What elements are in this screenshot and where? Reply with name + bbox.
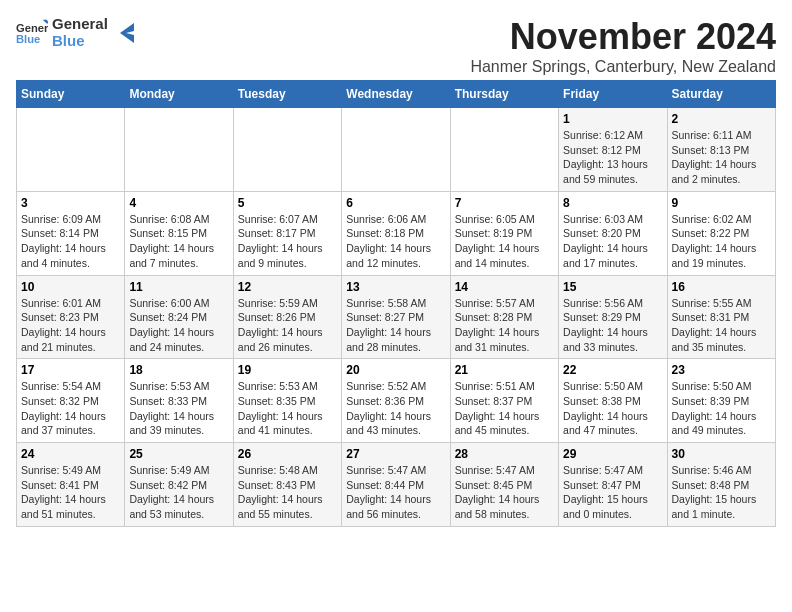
day-number: 23: [672, 363, 771, 377]
day-info: Sunrise: 6:08 AMSunset: 8:15 PMDaylight:…: [129, 212, 228, 271]
day-info: Sunrise: 5:56 AMSunset: 8:29 PMDaylight:…: [563, 296, 662, 355]
day-number: 26: [238, 447, 337, 461]
day-number: 11: [129, 280, 228, 294]
day-number: 18: [129, 363, 228, 377]
title-block: November 2024 Hanmer Springs, Canterbury…: [470, 16, 776, 76]
logo-icon: General Blue: [16, 19, 48, 47]
calendar-day-14: 14Sunrise: 5:57 AMSunset: 8:28 PMDayligh…: [450, 275, 558, 359]
calendar-day-28: 28Sunrise: 5:47 AMSunset: 8:45 PMDayligh…: [450, 443, 558, 527]
day-info: Sunrise: 6:05 AMSunset: 8:19 PMDaylight:…: [455, 212, 554, 271]
day-info: Sunrise: 5:47 AMSunset: 8:47 PMDaylight:…: [563, 463, 662, 522]
weekday-header-saturday: Saturday: [667, 81, 775, 108]
calendar-table: SundayMondayTuesdayWednesdayThursdayFrid…: [16, 80, 776, 527]
calendar-day-7: 7Sunrise: 6:05 AMSunset: 8:19 PMDaylight…: [450, 191, 558, 275]
day-number: 6: [346, 196, 445, 210]
day-number: 22: [563, 363, 662, 377]
day-number: 12: [238, 280, 337, 294]
day-info: Sunrise: 5:47 AMSunset: 8:45 PMDaylight:…: [455, 463, 554, 522]
calendar-day-23: 23Sunrise: 5:50 AMSunset: 8:39 PMDayligh…: [667, 359, 775, 443]
header: General Blue General Blue November 2024 …: [16, 16, 776, 76]
day-number: 7: [455, 196, 554, 210]
day-number: 4: [129, 196, 228, 210]
day-info: Sunrise: 6:12 AMSunset: 8:12 PMDaylight:…: [563, 128, 662, 187]
calendar-day-1: 1Sunrise: 6:12 AMSunset: 8:12 PMDaylight…: [559, 108, 667, 192]
day-number: 15: [563, 280, 662, 294]
calendar-day-30: 30Sunrise: 5:46 AMSunset: 8:48 PMDayligh…: [667, 443, 775, 527]
day-number: 24: [21, 447, 120, 461]
day-info: Sunrise: 5:51 AMSunset: 8:37 PMDaylight:…: [455, 379, 554, 438]
calendar-day-24: 24Sunrise: 5:49 AMSunset: 8:41 PMDayligh…: [17, 443, 125, 527]
day-info: Sunrise: 6:09 AMSunset: 8:14 PMDaylight:…: [21, 212, 120, 271]
logo-general: General: [52, 16, 108, 33]
day-info: Sunrise: 6:06 AMSunset: 8:18 PMDaylight:…: [346, 212, 445, 271]
calendar-day-12: 12Sunrise: 5:59 AMSunset: 8:26 PMDayligh…: [233, 275, 341, 359]
day-number: 13: [346, 280, 445, 294]
logo-bird-icon: [112, 23, 134, 43]
day-info: Sunrise: 5:47 AMSunset: 8:44 PMDaylight:…: [346, 463, 445, 522]
day-info: Sunrise: 5:53 AMSunset: 8:35 PMDaylight:…: [238, 379, 337, 438]
day-info: Sunrise: 6:11 AMSunset: 8:13 PMDaylight:…: [672, 128, 771, 187]
calendar-day-11: 11Sunrise: 6:00 AMSunset: 8:24 PMDayligh…: [125, 275, 233, 359]
weekday-header-monday: Monday: [125, 81, 233, 108]
day-info: Sunrise: 6:07 AMSunset: 8:17 PMDaylight:…: [238, 212, 337, 271]
page-subtitle: Hanmer Springs, Canterbury, New Zealand: [470, 58, 776, 76]
day-info: Sunrise: 5:49 AMSunset: 8:42 PMDaylight:…: [129, 463, 228, 522]
svg-text:General: General: [16, 21, 48, 33]
calendar-week-3: 10Sunrise: 6:01 AMSunset: 8:23 PMDayligh…: [17, 275, 776, 359]
calendar-day-18: 18Sunrise: 5:53 AMSunset: 8:33 PMDayligh…: [125, 359, 233, 443]
calendar-day-25: 25Sunrise: 5:49 AMSunset: 8:42 PMDayligh…: [125, 443, 233, 527]
day-info: Sunrise: 5:50 AMSunset: 8:38 PMDaylight:…: [563, 379, 662, 438]
empty-cell: [233, 108, 341, 192]
calendar-day-22: 22Sunrise: 5:50 AMSunset: 8:38 PMDayligh…: [559, 359, 667, 443]
day-info: Sunrise: 5:53 AMSunset: 8:33 PMDaylight:…: [129, 379, 228, 438]
calendar-week-5: 24Sunrise: 5:49 AMSunset: 8:41 PMDayligh…: [17, 443, 776, 527]
calendar-day-3: 3Sunrise: 6:09 AMSunset: 8:14 PMDaylight…: [17, 191, 125, 275]
day-number: 17: [21, 363, 120, 377]
calendar-day-15: 15Sunrise: 5:56 AMSunset: 8:29 PMDayligh…: [559, 275, 667, 359]
calendar-day-2: 2Sunrise: 6:11 AMSunset: 8:13 PMDaylight…: [667, 108, 775, 192]
weekday-header-wednesday: Wednesday: [342, 81, 450, 108]
day-info: Sunrise: 5:49 AMSunset: 8:41 PMDaylight:…: [21, 463, 120, 522]
day-info: Sunrise: 5:54 AMSunset: 8:32 PMDaylight:…: [21, 379, 120, 438]
day-number: 1: [563, 112, 662, 126]
calendar-day-9: 9Sunrise: 6:02 AMSunset: 8:22 PMDaylight…: [667, 191, 775, 275]
page-title: November 2024: [470, 16, 776, 58]
calendar-day-8: 8Sunrise: 6:03 AMSunset: 8:20 PMDaylight…: [559, 191, 667, 275]
calendar-day-29: 29Sunrise: 5:47 AMSunset: 8:47 PMDayligh…: [559, 443, 667, 527]
day-number: 16: [672, 280, 771, 294]
day-number: 30: [672, 447, 771, 461]
day-number: 28: [455, 447, 554, 461]
day-number: 20: [346, 363, 445, 377]
empty-cell: [125, 108, 233, 192]
logo: General Blue General Blue: [16, 16, 134, 49]
calendar-day-13: 13Sunrise: 5:58 AMSunset: 8:27 PMDayligh…: [342, 275, 450, 359]
day-info: Sunrise: 5:52 AMSunset: 8:36 PMDaylight:…: [346, 379, 445, 438]
day-number: 25: [129, 447, 228, 461]
day-number: 2: [672, 112, 771, 126]
calendar-day-27: 27Sunrise: 5:47 AMSunset: 8:44 PMDayligh…: [342, 443, 450, 527]
weekday-header-sunday: Sunday: [17, 81, 125, 108]
day-info: Sunrise: 5:50 AMSunset: 8:39 PMDaylight:…: [672, 379, 771, 438]
day-number: 9: [672, 196, 771, 210]
day-info: Sunrise: 5:46 AMSunset: 8:48 PMDaylight:…: [672, 463, 771, 522]
day-number: 10: [21, 280, 120, 294]
calendar-day-26: 26Sunrise: 5:48 AMSunset: 8:43 PMDayligh…: [233, 443, 341, 527]
calendar-day-16: 16Sunrise: 5:55 AMSunset: 8:31 PMDayligh…: [667, 275, 775, 359]
calendar-day-5: 5Sunrise: 6:07 AMSunset: 8:17 PMDaylight…: [233, 191, 341, 275]
day-info: Sunrise: 5:58 AMSunset: 8:27 PMDaylight:…: [346, 296, 445, 355]
calendar-day-10: 10Sunrise: 6:01 AMSunset: 8:23 PMDayligh…: [17, 275, 125, 359]
calendar-day-21: 21Sunrise: 5:51 AMSunset: 8:37 PMDayligh…: [450, 359, 558, 443]
empty-cell: [450, 108, 558, 192]
day-info: Sunrise: 6:01 AMSunset: 8:23 PMDaylight:…: [21, 296, 120, 355]
calendar-day-4: 4Sunrise: 6:08 AMSunset: 8:15 PMDaylight…: [125, 191, 233, 275]
day-number: 8: [563, 196, 662, 210]
weekday-header-row: SundayMondayTuesdayWednesdayThursdayFrid…: [17, 81, 776, 108]
day-info: Sunrise: 5:57 AMSunset: 8:28 PMDaylight:…: [455, 296, 554, 355]
calendar-week-2: 3Sunrise: 6:09 AMSunset: 8:14 PMDaylight…: [17, 191, 776, 275]
logo-blue: Blue: [52, 33, 108, 50]
calendar-day-17: 17Sunrise: 5:54 AMSunset: 8:32 PMDayligh…: [17, 359, 125, 443]
weekday-header-friday: Friday: [559, 81, 667, 108]
calendar-day-19: 19Sunrise: 5:53 AMSunset: 8:35 PMDayligh…: [233, 359, 341, 443]
day-number: 29: [563, 447, 662, 461]
day-info: Sunrise: 5:55 AMSunset: 8:31 PMDaylight:…: [672, 296, 771, 355]
